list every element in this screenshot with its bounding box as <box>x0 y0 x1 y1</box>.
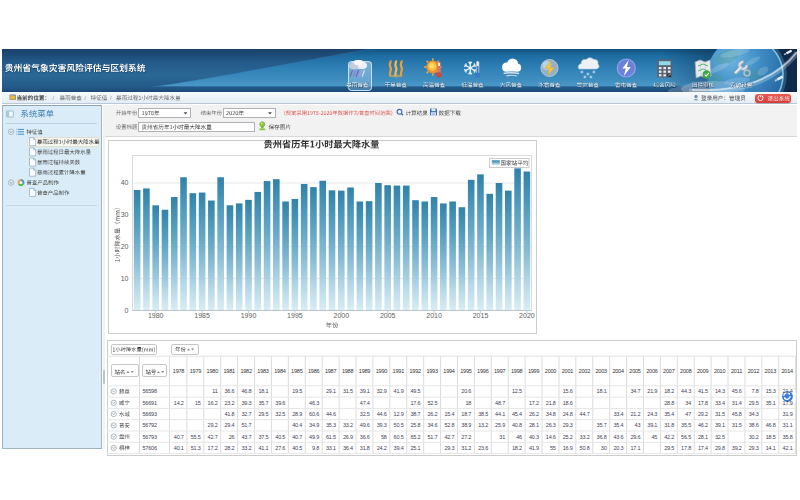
svg-text:26.3: 26.3 <box>546 422 556 428</box>
svg-text:35.4: 35.4 <box>664 411 674 417</box>
svg-text:12.9: 12.9 <box>394 411 404 417</box>
svg-text:13.2: 13.2 <box>478 422 488 428</box>
svg-text:58: 58 <box>381 434 387 440</box>
svg-text:29.5: 29.5 <box>258 411 268 417</box>
svg-text:31.1: 31.1 <box>783 422 793 428</box>
svg-text:35.1: 35.1 <box>766 400 776 406</box>
svg-text:56793: 56793 <box>143 434 157 440</box>
svg-text:15: 15 <box>195 400 201 406</box>
svg-text:33.2: 33.2 <box>241 445 251 451</box>
svg-text:29.5: 29.5 <box>749 400 759 406</box>
svg-text:30: 30 <box>601 445 607 451</box>
svg-text:0: 0 <box>125 307 129 314</box>
svg-text:29.3: 29.3 <box>444 445 454 451</box>
svg-text:17.8: 17.8 <box>698 400 708 406</box>
svg-text:33.2: 33.2 <box>580 434 590 440</box>
svg-text:18.1: 18.1 <box>597 388 607 394</box>
svg-text:35.3: 35.3 <box>326 422 336 428</box>
svg-text:24.3: 24.3 <box>647 411 657 417</box>
svg-text:19.5: 19.5 <box>292 388 302 394</box>
svg-text:42.1: 42.1 <box>783 445 793 451</box>
svg-text:1990: 1990 <box>241 312 257 319</box>
svg-text:29.2: 29.2 <box>208 422 218 428</box>
svg-text:40.1: 40.1 <box>174 445 184 451</box>
svg-text:14.3: 14.3 <box>715 388 725 394</box>
svg-text:18: 18 <box>465 400 471 406</box>
svg-text:31.2: 31.2 <box>461 445 471 451</box>
svg-text:42.2: 42.2 <box>664 434 674 440</box>
svg-text:18.1: 18.1 <box>258 388 268 394</box>
svg-text:33.4: 33.4 <box>715 400 725 406</box>
svg-text:40: 40 <box>121 179 129 186</box>
svg-text:28.2: 28.2 <box>224 445 234 451</box>
svg-text:2015: 2015 <box>473 312 489 319</box>
svg-text:2001: 2001 <box>562 368 574 374</box>
svg-text:43.6: 43.6 <box>613 434 623 440</box>
svg-text:52.5: 52.5 <box>427 400 437 406</box>
svg-text:49.6: 49.6 <box>360 422 370 428</box>
svg-text:56792: 56792 <box>143 422 157 428</box>
svg-text:2000: 2000 <box>545 368 557 374</box>
svg-text:46.8: 46.8 <box>766 422 776 428</box>
svg-text:56.5: 56.5 <box>681 434 691 440</box>
svg-text:55.5: 55.5 <box>191 434 201 440</box>
svg-text:/: / <box>110 95 112 101</box>
svg-text:56693: 56693 <box>143 411 157 417</box>
svg-text:21.2: 21.2 <box>630 411 640 417</box>
svg-text:26: 26 <box>229 434 235 440</box>
svg-text:17.9: 17.9 <box>783 400 793 406</box>
svg-text:1998: 1998 <box>511 368 523 374</box>
svg-text:1980: 1980 <box>148 312 164 319</box>
svg-text:29.1: 29.1 <box>326 388 336 394</box>
svg-text:41.9: 41.9 <box>529 445 539 451</box>
svg-text:29.3: 29.3 <box>563 422 573 428</box>
svg-text:2003: 2003 <box>595 368 607 374</box>
svg-text:47: 47 <box>685 411 691 417</box>
svg-text:32.5: 32.5 <box>360 411 370 417</box>
svg-text:32.9: 32.9 <box>377 388 387 394</box>
svg-text:28.9: 28.9 <box>292 411 302 417</box>
svg-text:31.8: 31.8 <box>664 422 674 428</box>
svg-text:17.1: 17.1 <box>630 445 640 451</box>
svg-text:1990: 1990 <box>376 368 388 374</box>
svg-text:42.7: 42.7 <box>208 434 218 440</box>
svg-text:36.8: 36.8 <box>597 434 607 440</box>
svg-text:29.4: 29.4 <box>224 422 234 428</box>
svg-text:39.1: 39.1 <box>360 388 370 394</box>
svg-text:33.1: 33.1 <box>326 445 336 451</box>
svg-text:29.3: 29.3 <box>749 445 759 451</box>
svg-text:2008: 2008 <box>680 368 692 374</box>
svg-text:47.4: 47.4 <box>360 400 370 406</box>
svg-text:30.2: 30.2 <box>749 434 759 440</box>
svg-text:61.5: 61.5 <box>326 434 336 440</box>
svg-text:21.9: 21.9 <box>647 388 657 394</box>
svg-text:1991: 1991 <box>393 368 405 374</box>
svg-text:1978: 1978 <box>173 368 185 374</box>
svg-text:40.7: 40.7 <box>292 434 302 440</box>
svg-text:2006: 2006 <box>646 368 658 374</box>
svg-text:39.4: 39.4 <box>394 445 404 451</box>
svg-text:39.6: 39.6 <box>275 400 285 406</box>
svg-text:16.2: 16.2 <box>208 400 218 406</box>
svg-text:1981: 1981 <box>223 368 235 374</box>
svg-text:1996: 1996 <box>477 368 489 374</box>
svg-text:40.5: 40.5 <box>275 434 285 440</box>
svg-text:2013: 2013 <box>765 368 777 374</box>
svg-text:31.8: 31.8 <box>360 445 370 451</box>
svg-text:39.2: 39.2 <box>732 445 742 451</box>
svg-text:1982: 1982 <box>240 368 252 374</box>
svg-text:39.3: 39.3 <box>377 422 387 428</box>
svg-text:14.2: 14.2 <box>174 400 184 406</box>
svg-text:2005: 2005 <box>629 368 641 374</box>
svg-text:34.8: 34.8 <box>546 411 556 417</box>
svg-text:34.7: 34.7 <box>630 388 640 394</box>
svg-text:55: 55 <box>550 445 556 451</box>
svg-text:35.8: 35.8 <box>783 434 793 440</box>
svg-text:29.2: 29.2 <box>698 411 708 417</box>
svg-text:26.2: 26.2 <box>427 411 437 417</box>
svg-text:28.1: 28.1 <box>698 434 708 440</box>
svg-text:1979: 1979 <box>190 368 202 374</box>
svg-text:34: 34 <box>685 400 691 406</box>
svg-text:29.6: 29.6 <box>630 434 640 440</box>
svg-text:51.7: 51.7 <box>427 434 437 440</box>
